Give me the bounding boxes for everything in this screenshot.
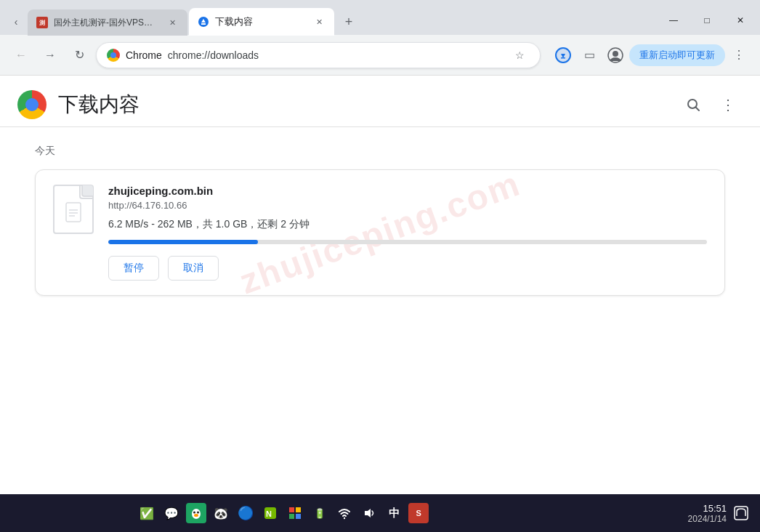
svg-rect-2 xyxy=(201,23,206,25)
tab-favicon-inactive: 測 xyxy=(36,17,48,28)
address-bar[interactable]: Chrome chrome://downloads ☆ xyxy=(96,42,541,68)
downloads-area: 今天 zhujiceping.com zhujiceping.com.bin h… xyxy=(0,127,760,494)
chrome-page-logo xyxy=(17,90,47,119)
reader-mode-icon[interactable]: ▭ xyxy=(577,43,602,68)
download-status-icon[interactable] xyxy=(551,43,575,68)
progress-bar-fill xyxy=(108,240,258,244)
svg-point-8 xyxy=(613,51,618,57)
svg-rect-6 xyxy=(561,57,565,59)
address-url: chrome://downloads xyxy=(168,49,259,61)
tray-lang-icon[interactable]: 中 xyxy=(384,503,404,523)
tab-favicon-active xyxy=(198,16,209,28)
svg-rect-21 xyxy=(289,507,294,512)
forward-button[interactable]: → xyxy=(38,43,62,68)
tab-new-button[interactable]: + xyxy=(336,9,362,35)
clock-date: 2024/1/14 xyxy=(688,514,727,524)
tray-penguin-icon[interactable] xyxy=(186,503,206,523)
download-url: http://64.176.10.66 xyxy=(108,200,707,211)
taskbar-system-icons: ✅ 💬 🐼 🔵 N 🔋 中 S xyxy=(137,503,429,523)
toolbar-icons: ▭ 重新启动即可更新 ⋮ xyxy=(551,43,751,68)
tray-check-icon[interactable]: ✅ xyxy=(137,503,157,523)
svg-point-18 xyxy=(194,514,198,517)
notification-icon[interactable] xyxy=(731,503,751,523)
tab-close-active[interactable]: ✕ xyxy=(312,15,326,28)
pause-button[interactable]: 暂停 xyxy=(108,256,159,281)
page-header-icons: ⋮ xyxy=(679,90,743,119)
download-status: 6.2 MB/s - 262 MB，共 1.0 GB，还剩 2 分钟 xyxy=(108,218,707,231)
more-options-button[interactable]: ⋮ xyxy=(713,90,743,119)
favorite-icon[interactable]: ☆ xyxy=(509,45,530,65)
progress-bar xyxy=(108,240,707,244)
chrome-logo-icon xyxy=(107,49,120,62)
page-content: 下载内容 ⋮ 今天 zhujiceping.com zhujiceping. xyxy=(0,76,760,494)
profile-icon[interactable] xyxy=(603,43,628,68)
reload-button[interactable]: ↻ xyxy=(67,43,92,68)
close-button[interactable]: ✕ xyxy=(724,9,757,32)
svg-marker-26 xyxy=(365,509,371,517)
download-card: zhujiceping.com zhujiceping.com.bin http… xyxy=(35,169,725,296)
svg-line-10 xyxy=(696,108,700,111)
svg-point-17 xyxy=(197,512,199,514)
tab-bar: ‹ 測 国外主机测评-国外VPS、国... ✕ 下载内容 ✕ + xyxy=(0,7,657,35)
tray-qq-icon[interactable]: 🐼 xyxy=(211,503,231,523)
download-actions: 暂停 取消 xyxy=(108,256,707,281)
tray-sogou-icon[interactable]: S xyxy=(408,503,429,523)
page-header: 下载内容 ⋮ xyxy=(0,76,760,127)
download-filename: zhujiceping.com.bin xyxy=(108,185,707,197)
svg-point-16 xyxy=(193,512,195,514)
file-icon xyxy=(53,185,94,234)
tray-grid-icon[interactable] xyxy=(285,503,305,523)
maximize-button[interactable]: □ xyxy=(690,9,724,32)
page-title: 下载内容 xyxy=(58,91,679,118)
svg-rect-24 xyxy=(296,514,301,519)
taskbar: ✅ 💬 🐼 🔵 N 🔋 中 S 15:51 2024/1/14 xyxy=(0,494,760,532)
address-brand: Chrome xyxy=(126,49,162,61)
tab-inactive[interactable]: 測 国外主机测评-国外VPS、国... ✕ xyxy=(28,9,187,36)
tab-active[interactable]: 下载内容 ✕ xyxy=(189,8,334,36)
minimize-button[interactable]: — xyxy=(657,9,690,32)
tab-active-title: 下载内容 xyxy=(215,15,307,28)
svg-rect-23 xyxy=(289,514,294,519)
tray-nvidia-icon[interactable]: N xyxy=(260,503,280,523)
svg-rect-22 xyxy=(296,507,301,512)
cancel-button[interactable]: 取消 xyxy=(168,256,219,281)
tray-battery-icon[interactable]: 🔋 xyxy=(310,503,330,523)
taskbar-right: 15:51 2024/1/14 xyxy=(688,503,751,524)
back-button[interactable]: ← xyxy=(9,43,33,68)
tab-close-inactive[interactable]: ✕ xyxy=(166,16,179,29)
title-bar: ‹ 測 国外主机测评-国外VPS、国... ✕ 下载内容 ✕ + — □ ✕ xyxy=(0,0,760,35)
address-bar-row: ← → ↻ Chrome chrome://downloads ☆ ▭ 重新启动… xyxy=(0,35,760,76)
day-label: 今天 xyxy=(35,145,725,158)
address-bar-icons: ☆ xyxy=(509,45,530,65)
svg-text:N: N xyxy=(266,509,272,518)
svg-point-25 xyxy=(344,517,345,519)
search-button[interactable] xyxy=(679,90,708,119)
tray-wifi-icon[interactable] xyxy=(334,503,355,523)
clock[interactable]: 15:51 2024/1/14 xyxy=(688,503,727,524)
update-button[interactable]: 重新启动即可更新 xyxy=(629,44,725,66)
svg-rect-11 xyxy=(66,203,81,222)
tab-scroll-left[interactable]: ‹ xyxy=(6,12,26,32)
window-controls: — □ ✕ xyxy=(657,9,760,35)
tray-wechat-icon[interactable]: 💬 xyxy=(161,503,182,523)
tray-volume-icon[interactable] xyxy=(359,503,379,523)
tab-inactive-title: 国外主机测评-国外VPS、国... xyxy=(54,17,160,29)
file-icon-fold xyxy=(81,185,93,197)
clock-time: 15:51 xyxy=(688,503,727,514)
more-menu-icon[interactable]: ⋮ xyxy=(727,43,751,68)
download-info: zhujiceping.com.bin http://64.176.10.66 … xyxy=(108,185,707,281)
tray-bluetooth-icon[interactable]: 🔵 xyxy=(235,503,256,523)
